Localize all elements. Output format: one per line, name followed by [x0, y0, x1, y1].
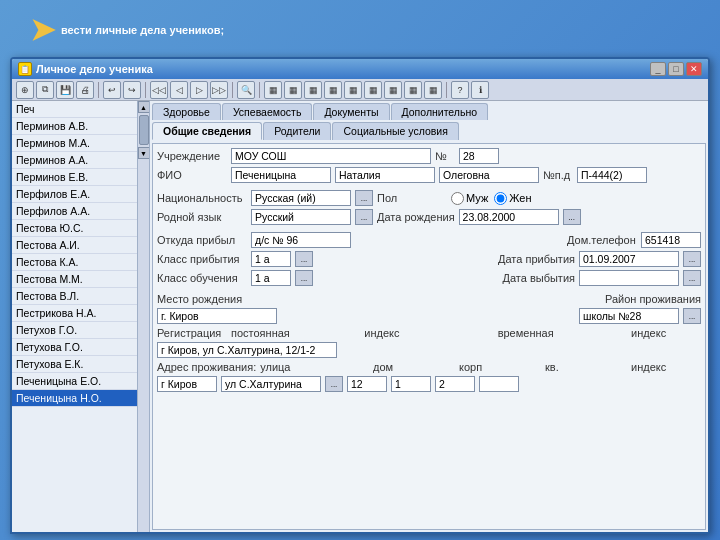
list-item[interactable]: Перминов М.А. [12, 135, 137, 152]
natsionalnost-browse-btn[interactable]: ... [355, 190, 373, 206]
yazyk-browse-btn[interactable]: ... [355, 209, 373, 225]
tb-icon2[interactable]: ▦ [284, 81, 302, 99]
tab-roditeli[interactable]: Родители [263, 122, 331, 140]
tb-nav-prev[interactable]: ◁ [170, 81, 188, 99]
list-item[interactable]: Пестова К.А. [12, 254, 137, 271]
klass-pribyitiya-label: Класс прибытия [157, 253, 247, 265]
list-item[interactable]: Пестова А.И. [12, 237, 137, 254]
ulitsa-label: улица [260, 361, 330, 373]
klass-pribyitiya-browse-btn[interactable]: ... [295, 251, 313, 267]
tb-icon5[interactable]: ▦ [344, 81, 362, 99]
list-item[interactable]: Печ [12, 101, 137, 118]
dom-telefon-label: Дом.телефон [567, 234, 637, 246]
tb-nav-next[interactable]: ▷ [190, 81, 208, 99]
tab-dopolnitelno[interactable]: Дополнительно [391, 103, 489, 120]
data-vyibyitiya-input[interactable] [579, 270, 679, 286]
tb-filter[interactable]: 🔍 [237, 81, 255, 99]
adres-browse-btn[interactable]: ... [325, 376, 343, 392]
tb-icon8[interactable]: ▦ [404, 81, 422, 99]
natsionalnost-input[interactable] [251, 190, 351, 206]
tab-zdorovye[interactable]: Здоровье [152, 103, 221, 120]
klass-obucheniya-input[interactable] [251, 270, 291, 286]
uchrezhdenie-input[interactable] [231, 148, 431, 164]
minimize-button[interactable]: _ [650, 62, 666, 76]
tb-help[interactable]: ? [451, 81, 469, 99]
tb-nav-left[interactable]: ◁◁ [150, 81, 168, 99]
title-bar: 📋 Личное дело ученика _ □ ✕ [12, 59, 708, 79]
list-item[interactable]: Перминов Е.В. [12, 169, 137, 186]
tb-icon7[interactable]: ▦ [384, 81, 402, 99]
tb-icon1[interactable]: ▦ [264, 81, 282, 99]
list-item[interactable]: Перминов А.А. [12, 152, 137, 169]
list-item[interactable]: Перминов А.В. [12, 118, 137, 135]
tb-print[interactable]: 🖨 [76, 81, 94, 99]
data-pribyitiya-browse-btn[interactable]: ... [683, 251, 701, 267]
scrollbar-down-button[interactable]: ▼ [138, 147, 150, 159]
data-vyibyitiya-browse-btn[interactable]: ... [683, 270, 701, 286]
close-button[interactable]: ✕ [686, 62, 702, 76]
adres-kv-input[interactable] [435, 376, 475, 392]
imya-input[interactable] [335, 167, 435, 183]
tb-icon9[interactable]: ▦ [424, 81, 442, 99]
list-item[interactable]: Перфилов А.А. [12, 203, 137, 220]
list-item[interactable]: Пестова В.Л. [12, 288, 137, 305]
rayon-browse-btn[interactable]: ... [683, 308, 701, 324]
mesto-rozhdeniya-input[interactable] [157, 308, 277, 324]
data-rozhdeniya-input[interactable] [459, 209, 559, 225]
adres-ulitsa-input[interactable] [221, 376, 321, 392]
data-vyibyitiya-label: Дата выбытия [502, 272, 575, 284]
adres-korp-input[interactable] [391, 376, 431, 392]
tb-icon4[interactable]: ▦ [324, 81, 342, 99]
natsionalnost-label: Национальность [157, 192, 247, 204]
data-rozhdeniya-label: Дата рождения [377, 211, 455, 223]
dom-label: дом [373, 361, 443, 373]
data-rozhdeniya-browse-btn[interactable]: ... [563, 209, 581, 225]
number-input[interactable] [459, 148, 499, 164]
adres-indeks-input[interactable] [479, 376, 519, 392]
scrollbar-thumb[interactable] [139, 115, 149, 145]
klass-pribyitiya-input[interactable] [251, 251, 291, 267]
list-item[interactable]: Печеницына Е.О. [12, 373, 137, 390]
pol-zhen-radio[interactable]: Жен [494, 192, 531, 205]
list-item[interactable]: Петухов Г.О. [12, 322, 137, 339]
tb-redo[interactable]: ↪ [123, 81, 141, 99]
list-item[interactable]: Печеницына Н.О. [12, 390, 137, 407]
tb-new[interactable]: ⊕ [16, 81, 34, 99]
tb-icon6[interactable]: ▦ [364, 81, 382, 99]
dom-telefon-input[interactable] [641, 232, 701, 248]
reg-address-input[interactable] [157, 342, 337, 358]
tb-copy[interactable]: ⧉ [36, 81, 54, 99]
tab-uspevaemoct[interactable]: Успеваемость [222, 103, 312, 120]
tb-undo[interactable]: ↩ [103, 81, 121, 99]
list-item[interactable]: Перфилов Е.А. [12, 186, 137, 203]
list-item[interactable]: Пестова М.М. [12, 271, 137, 288]
pol-label: Пол [377, 192, 447, 204]
tb-info[interactable]: ℹ [471, 81, 489, 99]
tb-nav-right[interactable]: ▷▷ [210, 81, 228, 99]
klass-obucheniya-label: Класс обучения [157, 272, 247, 284]
tab-dokumenty[interactable]: Документы [313, 103, 389, 120]
maximize-button[interactable]: □ [668, 62, 684, 76]
list-item[interactable]: Петухова Г.О. [12, 339, 137, 356]
klass-obucheniya-browse-btn[interactable]: ... [295, 270, 313, 286]
rodnoy-yazyk-input[interactable] [251, 209, 351, 225]
rayon-prozhivaniya-input[interactable] [579, 308, 679, 324]
data-pribyitiya-input[interactable] [579, 251, 679, 267]
list-item[interactable]: Пестова Ю.С. [12, 220, 137, 237]
adres-dom-input[interactable] [347, 376, 387, 392]
tab-obshchie[interactable]: Общие сведения [152, 122, 262, 140]
otchestvo-input[interactable] [439, 167, 539, 183]
otkuda-pribyil-input[interactable] [251, 232, 351, 248]
pol-muz-radio[interactable]: Муж [451, 192, 488, 205]
list-item[interactable]: Пестрикова Н.А. [12, 305, 137, 322]
tb-save[interactable]: 💾 [56, 81, 74, 99]
indeks2-label: индекс [631, 327, 701, 339]
adres-city-input[interactable] [157, 376, 217, 392]
familiya-input[interactable] [231, 167, 331, 183]
tab-socialnye[interactable]: Социальные условия [332, 122, 458, 140]
scrollbar-up-button[interactable]: ▲ [138, 101, 150, 113]
nomer-input[interactable] [577, 167, 647, 183]
list-item[interactable]: Петухова Е.К. [12, 356, 137, 373]
tb-icon3[interactable]: ▦ [304, 81, 322, 99]
toolbar: ⊕ ⧉ 💾 🖨 ↩ ↪ ◁◁ ◁ ▷ ▷▷ 🔍 ▦ ▦ ▦ ▦ ▦ ▦ ▦ ▦ … [12, 79, 708, 101]
